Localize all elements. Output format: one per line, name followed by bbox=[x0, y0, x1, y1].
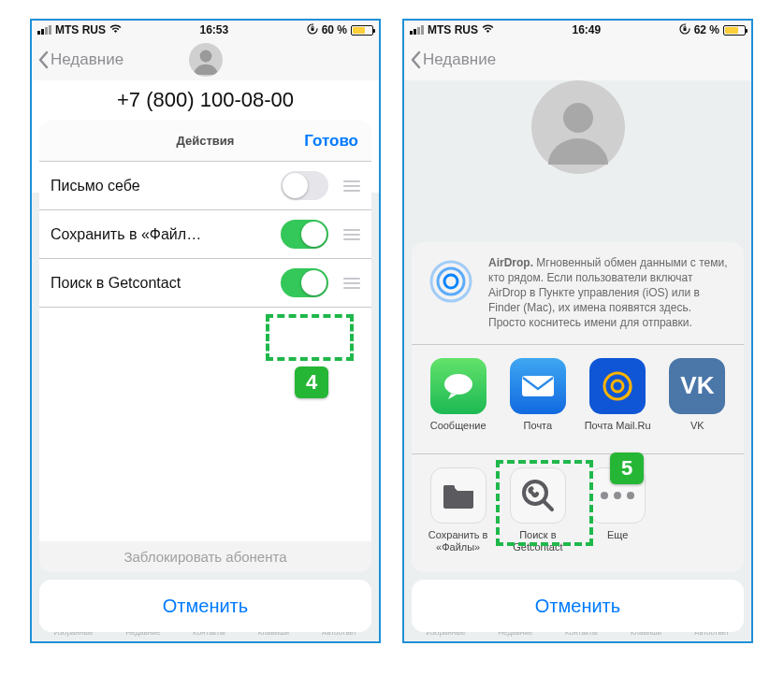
app-label: Сообщение bbox=[430, 420, 486, 444]
svg-point-6 bbox=[444, 275, 457, 288]
svg-rect-4 bbox=[683, 28, 686, 31]
nav-bar: Недавние bbox=[32, 39, 379, 80]
svg-rect-13 bbox=[443, 485, 455, 489]
svg-point-12 bbox=[612, 381, 623, 392]
cancel-button[interactable]: Отменить bbox=[39, 580, 371, 632]
battery-icon bbox=[723, 25, 746, 36]
app-label: Почта Mail.Ru bbox=[585, 420, 651, 444]
app-label: Почта bbox=[524, 420, 553, 444]
share-activities-row: Сохранить в «Файлы» Поиск в Getcontact bbox=[412, 454, 744, 570]
app-label: VK bbox=[690, 420, 704, 444]
status-bar: MTS RUS 16:49 62 % bbox=[404, 21, 751, 39]
vk-icon: VK bbox=[680, 371, 714, 400]
activity-label: Сохранить в «Файлы» bbox=[419, 529, 497, 553]
rotation-lock-icon bbox=[679, 23, 690, 36]
svg-point-5 bbox=[563, 103, 593, 133]
carrier-label: MTS RUS bbox=[55, 23, 106, 36]
activity-getcontact[interactable]: Поиск в Getcontact bbox=[499, 467, 576, 553]
signal-bars-icon bbox=[37, 25, 51, 35]
toggle-switch[interactable] bbox=[281, 171, 328, 200]
battery-percent: 62 % bbox=[694, 23, 719, 36]
cancel-button[interactable]: Отменить bbox=[412, 580, 744, 632]
action-label: Сохранить в «Файл… bbox=[51, 226, 281, 243]
getcontact-search-icon bbox=[519, 477, 557, 514]
action-label: Поиск в Getcontact bbox=[51, 275, 281, 292]
rotation-lock-icon bbox=[307, 23, 318, 36]
svg-line-15 bbox=[544, 501, 552, 510]
back-label: Недавние bbox=[51, 50, 123, 69]
signal-bars-icon bbox=[410, 25, 424, 35]
share-app-vk[interactable]: VK VK bbox=[659, 358, 736, 444]
svg-point-9 bbox=[444, 374, 472, 395]
reorder-handle-icon[interactable] bbox=[343, 278, 360, 289]
share-sheet: AirDrop. Мгновенный обмен данными с теми… bbox=[412, 242, 744, 632]
action-row-getcontact: Поиск в Getcontact bbox=[39, 259, 371, 308]
sheet-title: Действия bbox=[177, 134, 235, 148]
back-button[interactable]: Недавние bbox=[410, 50, 496, 69]
battery-percent: 60 % bbox=[322, 23, 347, 36]
activity-save-to-files[interactable]: Сохранить в «Файлы» bbox=[419, 467, 497, 553]
action-row-save-files: Сохранить в «Файл… bbox=[39, 210, 371, 259]
block-caller-hint: Заблокировать абонента bbox=[39, 541, 371, 572]
contact-avatar[interactable] bbox=[189, 43, 223, 77]
nav-bar: Недавние bbox=[404, 39, 751, 80]
mail-icon bbox=[519, 373, 557, 399]
chevron-left-icon bbox=[410, 50, 421, 69]
back-button[interactable]: Недавние bbox=[37, 50, 123, 69]
annotation-badge-4: 4 bbox=[295, 366, 328, 398]
carrier-label: MTS RUS bbox=[428, 23, 478, 36]
folder-icon bbox=[442, 482, 475, 509]
phone-screenshot-left: MTS RUS 16:53 60 % Недавние +7 (800) 100… bbox=[30, 19, 381, 643]
toggle-switch[interactable] bbox=[281, 220, 328, 249]
airdrop-section: AirDrop. Мгновенный обмен данными с теми… bbox=[412, 242, 744, 345]
toggle-switch[interactable] bbox=[281, 268, 328, 297]
mailru-icon bbox=[599, 367, 636, 405]
more-icon bbox=[601, 492, 634, 499]
phone-screenshot-right: MTS RUS 16:49 62 % Недавние ИзбранныеНед… bbox=[402, 19, 753, 643]
messages-icon bbox=[442, 372, 475, 400]
activity-label: Еще bbox=[607, 529, 628, 553]
wifi-icon bbox=[109, 24, 122, 36]
chevron-left-icon bbox=[37, 50, 49, 69]
battery-icon bbox=[351, 25, 373, 36]
share-apps-row: Сообщение Почта Почта Mail.Ru VK bbox=[412, 345, 744, 454]
cancel-label: Отменить bbox=[163, 596, 248, 617]
svg-rect-1 bbox=[311, 28, 313, 31]
wifi-icon bbox=[482, 24, 494, 36]
action-row-mail-self: Письмо себе bbox=[39, 162, 371, 210]
svg-point-7 bbox=[438, 268, 464, 294]
activity-label: Поиск в Getcontact bbox=[499, 529, 576, 553]
reorder-handle-icon[interactable] bbox=[343, 180, 360, 192]
cancel-label: Отменить bbox=[535, 596, 620, 617]
status-bar: MTS RUS 16:53 60 % bbox=[32, 21, 379, 39]
contact-background bbox=[404, 80, 751, 174]
phone-number: +7 (800) 100-08-00 bbox=[32, 88, 379, 112]
status-time: 16:49 bbox=[572, 23, 601, 36]
reorder-handle-icon[interactable] bbox=[343, 229, 360, 240]
svg-rect-10 bbox=[522, 376, 554, 396]
sheet-header: Действия Готово bbox=[39, 121, 371, 162]
contact-avatar bbox=[531, 80, 625, 174]
share-app-messages[interactable]: Сообщение bbox=[419, 358, 497, 444]
airdrop-icon bbox=[425, 255, 477, 308]
share-app-mail[interactable]: Почта bbox=[499, 358, 576, 444]
share-app-mailru[interactable]: Почта Mail.Ru bbox=[579, 358, 657, 444]
airdrop-text: AirDrop. Мгновенный обмен данными с теми… bbox=[488, 255, 731, 331]
back-label: Недавние bbox=[423, 50, 496, 69]
annotation-badge-5: 5 bbox=[610, 452, 644, 484]
done-button[interactable]: Готово bbox=[304, 132, 358, 151]
status-time: 16:53 bbox=[199, 23, 228, 36]
action-label: Письмо себе bbox=[51, 178, 281, 194]
svg-point-2 bbox=[199, 50, 211, 63]
